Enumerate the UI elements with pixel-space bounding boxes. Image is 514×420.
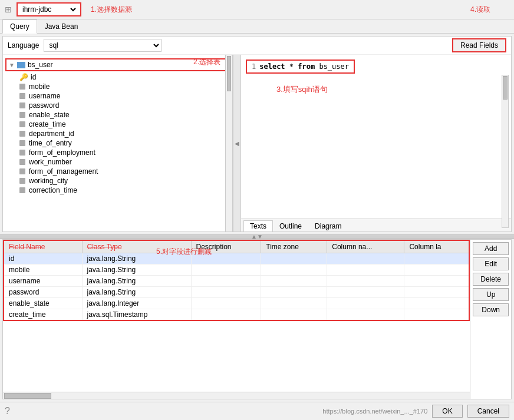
col-header-column-na: Column na... (327, 240, 404, 253)
tree-item-mobile[interactable]: mobile (3, 82, 232, 91)
tree-panel: ▼ bs_user 🔑 id mobile (3, 55, 233, 232)
add-button[interactable]: Add (473, 242, 509, 255)
sql-table: bs_user (319, 62, 349, 71)
table-row[interactable]: password java.lang.String (4, 287, 469, 298)
cell-class-type: java.lang.String (82, 264, 191, 276)
down-button[interactable]: Down (473, 303, 509, 316)
tree-item-id[interactable]: 🔑 id (3, 72, 232, 82)
sql-tab-diagram[interactable]: Diagram (308, 220, 348, 232)
cell-class-type: java.lang.String (82, 287, 191, 298)
table-row[interactable]: mobile java.lang.String (4, 264, 469, 276)
field-icon-create_time (19, 121, 25, 127)
cell-column-la (404, 309, 469, 321)
cell-field-name: enable_state (4, 298, 82, 309)
field-icon-form_of_management (19, 168, 25, 174)
sql-box: 1 select * from bs_user (246, 59, 355, 74)
tree-item-form_of_management[interactable]: form_of_management (3, 167, 232, 176)
cell-time-zone (261, 309, 327, 321)
h-scrollbar[interactable] (3, 392, 470, 399)
cell-column-na (327, 253, 404, 264)
delete-button[interactable]: Delete (473, 273, 509, 286)
tree-item-working_city[interactable]: working_city (3, 176, 232, 186)
cell-column-la (404, 276, 469, 287)
tree-item-password[interactable]: password (3, 101, 232, 110)
cell-column-la (404, 298, 469, 309)
cell-column-na (327, 298, 404, 309)
data-table: Field Name Class Type Description Time z… (3, 240, 470, 321)
cell-field-name: username (4, 276, 82, 287)
h-splitter[interactable]: ▲▼ (0, 234, 514, 239)
sql-tab-outline[interactable]: Outline (273, 220, 308, 232)
tree-item-time_of_entry[interactable]: time_of_entry (3, 138, 232, 148)
step5-label: 5.对字段进行删减 (156, 247, 212, 257)
sql-keyword-from: from (298, 62, 315, 71)
tree-item-create_time[interactable]: create_time (3, 120, 232, 129)
key-icon: 🔑 (19, 73, 28, 81)
field-icon-correction_time (19, 187, 25, 193)
table-header-row: Field Name Class Type Description Time z… (4, 240, 469, 253)
tree-item-work_number[interactable]: work_number (3, 157, 232, 167)
table-row[interactable]: username java.lang.String (4, 276, 469, 287)
sql-content: select * from bs_user (259, 62, 349, 71)
tree-scrollbar-thumb[interactable] (227, 56, 231, 91)
col-header-time-zone: Time zone (261, 240, 327, 253)
language-select[interactable]: sql (44, 39, 162, 52)
tree-item-correction_time[interactable]: correction_time (3, 186, 232, 195)
read-fields-button[interactable]: Read Fields (452, 38, 506, 52)
main-container: ⊞ ihrm-jdbc 1.选择数据源 4.读取 Query Java Bean… (0, 0, 514, 420)
cell-field-name: password (4, 287, 82, 298)
tree-scrollbar[interactable] (225, 55, 232, 232)
datasource-select-wrapper: ihrm-jdbc (17, 2, 81, 16)
ok-button[interactable]: OK (432, 405, 462, 418)
cell-description (191, 298, 261, 309)
sql-scrollbar-thumb[interactable] (503, 76, 508, 100)
edit-button[interactable]: Edit (473, 257, 509, 270)
question-icon[interactable]: ? (5, 406, 10, 416)
step3-label: 3.填写sqih语句 (276, 84, 328, 95)
cell-column-na (327, 264, 404, 276)
table-row[interactable]: id java.lang.String (4, 253, 469, 264)
table-body: id java.lang.String mobile java.lang.Str… (4, 253, 469, 321)
folder-icon (17, 62, 25, 68)
footer-url: https://blog.csdn.net/weixin_..._#170 (322, 408, 427, 415)
tree-item-enable_state[interactable]: enable_state (3, 110, 232, 120)
cell-class-type: java.lang.String (82, 276, 191, 287)
panel-arrow[interactable]: ◀ (233, 55, 241, 232)
field-icon-username (19, 93, 25, 99)
cell-time-zone (261, 298, 327, 309)
up-button[interactable]: Up (473, 288, 509, 301)
h-scrollbar-thumb[interactable] (4, 393, 51, 399)
fields-table[interactable]: Field Name Class Type Description Time z… (3, 240, 470, 392)
footer-right: https://blog.csdn.net/weixin_..._#170 OK… (322, 405, 509, 418)
step2-label: 2.选择表 (193, 57, 220, 67)
cell-column-la (404, 253, 469, 264)
table-row[interactable]: enable_state java.lang.Integer (4, 298, 469, 309)
line-number: 1 (252, 62, 256, 71)
sql-scrollbar[interactable] (502, 75, 509, 228)
field-icon-work_number (19, 159, 25, 165)
split-panel: ▼ bs_user 🔑 id mobile (3, 55, 511, 232)
tree-item-form_of_employment[interactable]: form_of_employment (3, 148, 232, 157)
cancel-button[interactable]: Cancel (467, 405, 509, 418)
cell-field-name: mobile (4, 264, 82, 276)
cell-description (191, 309, 261, 321)
tree-item-department_id[interactable]: department_id (3, 129, 232, 138)
tab-javabean[interactable]: Java Bean (37, 19, 86, 33)
step1-label: 1.选择数据源 (91, 5, 132, 15)
sql-tab-texts[interactable]: Texts (243, 220, 273, 232)
language-row: Language sql Read Fields (3, 37, 511, 55)
tree-table-label: bs_user (28, 61, 53, 69)
tree-item-username[interactable]: username (3, 91, 232, 101)
sql-editor[interactable]: 1 select * from bs_user 3.填写sqih语句 (241, 55, 511, 219)
cell-column-la (404, 264, 469, 276)
fields-table-area: Field Name Class Type Description Time z… (3, 240, 470, 399)
field-icon-mobile (19, 84, 25, 90)
tree-content: ▼ bs_user 🔑 id mobile (3, 55, 232, 197)
tab-query[interactable]: Query (2, 19, 37, 34)
field-icon-form_of_employment (19, 150, 25, 156)
datasource-dropdown[interactable]: ihrm-jdbc (20, 5, 78, 14)
fields-panel: Field Name Class Type Description Time z… (2, 239, 512, 399)
sql-tabs: Texts Outline Diagram (241, 219, 511, 232)
toolbar: ⊞ ihrm-jdbc 1.选择数据源 4.读取 (0, 0, 514, 19)
table-row[interactable]: create_time java.sql.Timestamp (4, 309, 469, 321)
